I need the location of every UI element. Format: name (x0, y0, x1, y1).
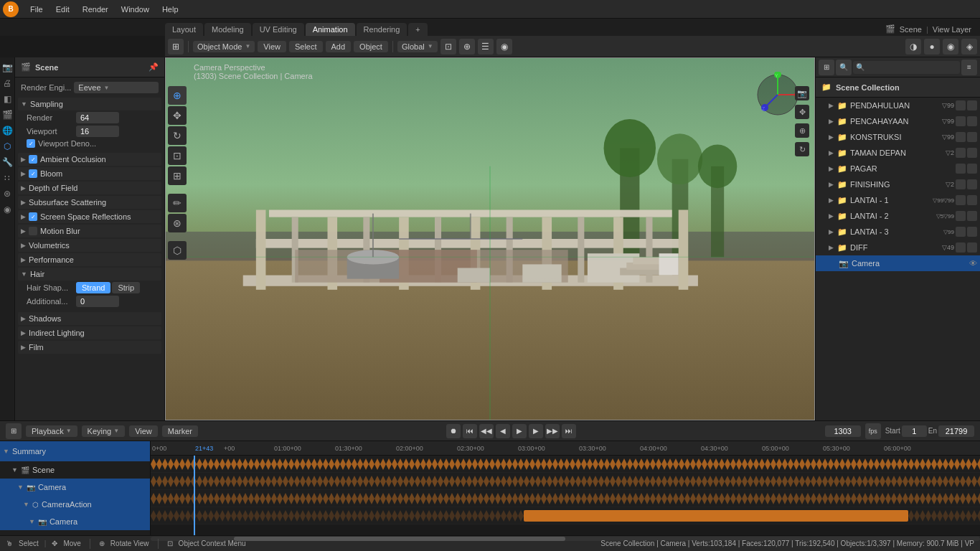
collection-diff[interactable]: ▶ 📁 DIFF ▽49 (816, 240, 980, 255)
annotate-tool[interactable]: ✏ (168, 194, 187, 212)
action-expand[interactable]: ▼ (23, 501, 29, 508)
timeline-label-camera-obj[interactable]: ▼ 📷 Camera (0, 479, 150, 496)
timeline-label-summary[interactable]: ▼ Summary (0, 441, 150, 461)
depth-of-field-section[interactable]: ▶ Depth of Field (18, 182, 161, 194)
props-modifier-icon[interactable]: 🔧 (0, 155, 14, 169)
volumetrics-section[interactable]: ▶ Volumetrics (18, 239, 161, 252)
current-frame-input[interactable]: 1303 (825, 425, 861, 437)
navigation-gizmo[interactable]: X Y Z (755, 72, 801, 118)
rotate-btn[interactable]: ↻ (795, 142, 809, 156)
collection-lantai-3[interactable]: ▶ 📁 LANTAI - 3 ▽99 (816, 224, 980, 240)
add-btn[interactable]: Add (326, 41, 352, 52)
next-keyframe-btn[interactable]: ▶▶ (545, 424, 560, 438)
collection-lantai-2[interactable]: ▶ 📁 LANTAI - 2 ▽5▽99 (816, 208, 980, 224)
pendahuluan-render[interactable] (967, 100, 977, 110)
jump-end-btn[interactable]: ⏭ (562, 424, 576, 438)
measure-tool[interactable]: ⊛ (168, 214, 187, 232)
collection-finishing[interactable]: ▶ 📁 FINISHING ▽2 (816, 176, 980, 192)
select-btn[interactable]: Select (289, 41, 323, 52)
props-world-icon[interactable]: 🌐 (0, 123, 14, 138)
outliner-type-btn[interactable]: ⊞ (819, 60, 834, 75)
view-btn[interactable]: View (258, 41, 286, 52)
lantai2-render[interactable] (967, 211, 977, 221)
camera-expand[interactable]: ▼ (17, 484, 24, 491)
lantai2-visible[interactable] (956, 211, 966, 221)
mode-dropdown[interactable]: Object Mode ▼ (193, 41, 255, 52)
lantai3-render[interactable] (967, 227, 977, 237)
bloom-section[interactable]: ▶ ✓ Bloom (18, 167, 161, 180)
transform-dropdown[interactable]: Global ▼ (397, 41, 438, 52)
viewport-area[interactable]: Camera Perspective (1303) Scene Collecti… (165, 57, 815, 420)
collection-lantai-1[interactable]: ▶ 📁 LANTAI - 1 ▽99▽99 (816, 192, 980, 208)
collection-pagar[interactable]: ▶ 📁 PAGAR (816, 161, 980, 176)
bloom-checkbox[interactable]: ✓ (29, 169, 37, 178)
tab-layout[interactable]: Layout (165, 23, 203, 36)
taman-depan-visible[interactable] (956, 148, 966, 158)
overlay-btn-1[interactable]: ☰ (478, 39, 494, 55)
diff-render[interactable] (967, 242, 977, 253)
props-physics-icon[interactable]: ⊛ (0, 187, 14, 201)
timeline-label-camera-action[interactable]: ▼ ⬡ CameraAction (0, 496, 150, 513)
viewport-shading-3[interactable]: ◉ (943, 39, 958, 55)
props-scene-icon[interactable]: 🎬 (0, 108, 14, 122)
viewport-samples-input[interactable]: 16 (76, 126, 119, 137)
viewport-shading-4[interactable]: ◈ (961, 39, 977, 55)
pencahayaan-visible[interactable] (956, 116, 966, 126)
screen-space-reflections-section[interactable]: ▶ ✓ Screen Space Reflections (18, 210, 161, 223)
props-object-icon[interactable]: ⬡ (0, 139, 14, 154)
record-btn[interactable]: ⏺ (446, 424, 461, 438)
pagar-render[interactable] (967, 164, 977, 174)
editor-type-btn[interactable]: ⊞ (168, 39, 184, 55)
collection-camera[interactable]: 📷 Camera 👁 (816, 255, 980, 271)
scene-3d[interactable]: ⊕ ✥ ↻ ⊡ ⊞ ✏ ⊛ ⬡ (165, 57, 815, 420)
start-frame-input[interactable]: 1 (902, 425, 927, 437)
render-engine-dropdown[interactable]: Eevee ▼ (74, 82, 159, 93)
tab-add-workspace[interactable]: + (408, 23, 427, 36)
move-tool[interactable]: ✥ (168, 106, 187, 125)
lantai1-render[interactable] (967, 195, 977, 205)
rotate-tool[interactable]: ↻ (168, 126, 187, 145)
performance-section[interactable]: ▶ Performance (18, 253, 161, 266)
tab-modeling[interactable]: Modeling (204, 23, 251, 36)
ambient-occlusion-section[interactable]: ▶ ✓ Ambient Occlusion (18, 153, 161, 166)
taman-depan-render[interactable] (967, 148, 977, 158)
konstruksi-render[interactable] (967, 132, 977, 142)
camera-eye-btn[interactable]: 👁 (969, 259, 977, 268)
menu-edit[interactable]: Edit (50, 4, 75, 15)
collection-pencahayaan[interactable]: ▶ 📁 PENCAHAYAAN ▽99 (816, 113, 980, 129)
menu-file[interactable]: File (24, 4, 49, 15)
render-samples-input[interactable]: 64 (76, 112, 119, 123)
strand-btn[interactable]: Strand (76, 282, 110, 293)
props-material-icon[interactable]: ◉ (0, 202, 14, 217)
snap-btn[interactable]: ⊡ (440, 39, 456, 55)
zoom-btn[interactable]: ⊕ (795, 123, 809, 138)
marker-btn[interactable]: Marker (162, 425, 198, 437)
outliner-filter-btn[interactable]: 🔍 (836, 60, 852, 75)
menu-help[interactable]: Help (156, 4, 184, 15)
collection-taman-depan[interactable]: ▶ 📁 TAMAN DEPAN ▽2 (816, 145, 980, 161)
menu-render[interactable]: Render (77, 4, 114, 15)
scale-tool[interactable]: ⊡ (168, 146, 187, 165)
subsurface-scattering-section[interactable]: ▶ Subsurface Scattering (18, 196, 161, 209)
summary-expand[interactable]: ▼ (3, 448, 9, 455)
transform-tool[interactable]: ⊞ (168, 166, 187, 185)
tab-animation[interactable]: Animation (306, 23, 355, 36)
motion-blur-section[interactable]: ▶ Motion Blur (18, 225, 161, 237)
finishing-visible[interactable] (956, 179, 966, 189)
diff-visible[interactable] (956, 242, 966, 253)
pendahuluan-visible[interactable] (956, 100, 966, 110)
playhead[interactable] (194, 456, 195, 535)
timeline-type-btn[interactable]: ⊞ (6, 423, 22, 439)
add-cube-tool[interactable]: ⬡ (168, 241, 187, 260)
outliner-filter2-btn[interactable]: ≡ (961, 60, 977, 75)
lantai1-visible[interactable] (956, 195, 966, 205)
ambient-occlusion-checkbox[interactable]: ✓ (29, 155, 37, 164)
ssr-checkbox[interactable]: ✓ (29, 212, 37, 221)
data-expand[interactable]: ▼ (29, 518, 35, 525)
keying-btn[interactable]: Keying ▼ (82, 425, 126, 437)
pencahayaan-render[interactable] (967, 116, 977, 126)
prev-frame-btn[interactable]: ◀ (496, 424, 510, 438)
tab-uv-editing[interactable]: UV Editing (253, 23, 304, 36)
collection-pendahuluan[interactable]: ▶ 📁 PENDAHULUAN ▽99 (816, 98, 980, 113)
tab-rendering[interactable]: Rendering (357, 23, 407, 36)
